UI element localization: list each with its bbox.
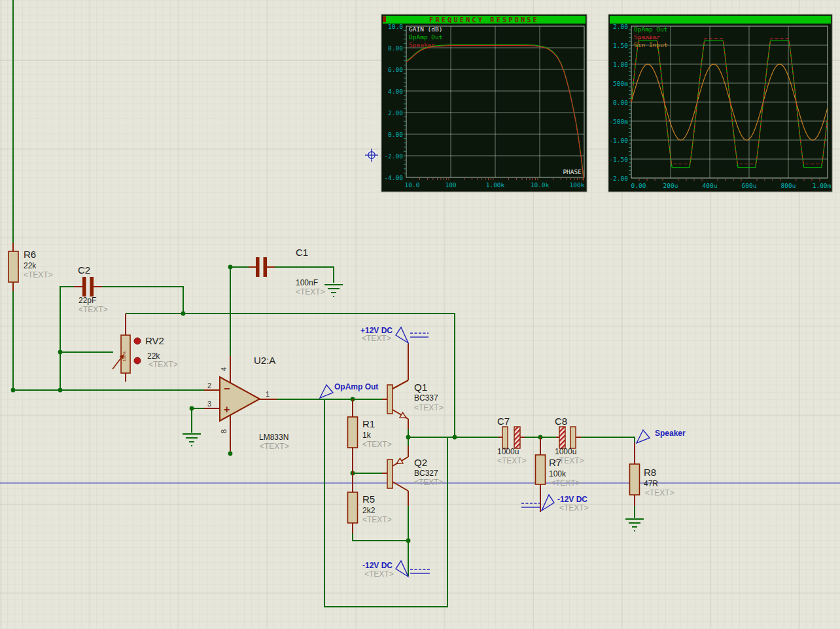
svg-text:2.00: 2.00 bbox=[613, 23, 628, 30]
svg-text:1.00m: 1.00m bbox=[813, 182, 831, 189]
probe-label: Speaker bbox=[655, 429, 686, 438]
pin-marker-icon bbox=[134, 357, 141, 364]
inverting-sign: − bbox=[224, 383, 230, 394]
terminal-text-placeholder: <TEXT> bbox=[362, 334, 391, 343]
component-value: 100k bbox=[549, 469, 567, 478]
component-ref: C1 bbox=[296, 247, 308, 258]
svg-text:OpAmp Out: OpAmp Out bbox=[634, 26, 667, 33]
svg-text:10.0: 10.0 bbox=[388, 23, 403, 30]
svg-text:8.00: 8.00 bbox=[388, 45, 403, 52]
terminal-label: -12V DC bbox=[362, 561, 393, 570]
schematic-canvas[interactable]: R6 22k <TEXT> C2 22pF <TEXT> 100% RV2 22… bbox=[0, 0, 840, 629]
terminal-text-placeholder: <TEXT> bbox=[559, 503, 589, 512]
terminal-text-placeholder: <TEXT> bbox=[364, 569, 394, 579]
graph-title: FREQUENCY RESPONSE bbox=[429, 16, 539, 24]
component-value: 1000u bbox=[555, 447, 576, 456]
svg-text:600u: 600u bbox=[742, 182, 757, 189]
pin-number: 8 bbox=[220, 429, 228, 433]
pin-number: 4 bbox=[220, 367, 228, 371]
svg-text:100k: 100k bbox=[570, 181, 585, 189]
svg-text:Speaker: Speaker bbox=[409, 41, 435, 48]
analogue-analysis-graph[interactable]: 2.001.501.00500m0.00-500m-1.00-1.50-2.00… bbox=[608, 14, 832, 192]
terminal-label: -12V DC bbox=[557, 495, 587, 504]
svg-text:-500m: -500m bbox=[609, 118, 628, 125]
proteus-window: R6 22k <TEXT> C2 22pF <TEXT> 100% RV2 22… bbox=[0, 0, 840, 629]
svg-text:-2.00: -2.00 bbox=[609, 175, 628, 182]
svg-text:6.00: 6.00 bbox=[388, 66, 403, 73]
component-ref: Q1 bbox=[414, 382, 427, 393]
component-value: 22k bbox=[147, 351, 160, 361]
component-text-placeholder: <TEXT> bbox=[551, 478, 580, 488]
graph-titlebar[interactable] bbox=[610, 16, 831, 24]
component-text-placeholder: <TEXT> bbox=[362, 440, 392, 449]
component-text-placeholder: <TEXT> bbox=[414, 403, 444, 412]
svg-text:-1.50: -1.50 bbox=[609, 156, 628, 163]
component-ref: C7 bbox=[497, 416, 510, 427]
svg-text:0.00: 0.00 bbox=[613, 99, 628, 106]
svg-text:OpAmp Out: OpAmp Out bbox=[409, 33, 442, 41]
svg-text:GAIN (dB): GAIN (dB) bbox=[409, 26, 442, 33]
component-text-placeholder: <TEXT> bbox=[645, 488, 674, 497]
component-text-placeholder: <TEXT> bbox=[260, 442, 289, 451]
component-ref: R6 bbox=[24, 249, 36, 260]
component-ref: R5 bbox=[362, 494, 375, 505]
pin-number: 3 bbox=[207, 400, 211, 408]
probe-label: OpAmp Out bbox=[334, 382, 378, 391]
component-text-placeholder: <TEXT> bbox=[414, 478, 444, 487]
component-text-placeholder: <TEXT> bbox=[149, 360, 178, 369]
component-ref: Q2 bbox=[414, 457, 427, 468]
component-value: 1k bbox=[362, 431, 372, 440]
svg-text:-2.00: -2.00 bbox=[384, 153, 403, 160]
component-ref: RV2 bbox=[145, 335, 164, 346]
svg-text:200u: 200u bbox=[663, 182, 678, 189]
svg-text:800u: 800u bbox=[781, 182, 796, 189]
component-value: 100nF bbox=[296, 278, 318, 287]
component-ref: C8 bbox=[555, 416, 567, 427]
noninverting-sign: + bbox=[224, 404, 230, 415]
component-value: BC327 bbox=[414, 469, 438, 478]
svg-text:PHASE: PHASE bbox=[563, 168, 582, 175]
component-value: 22pF bbox=[79, 296, 96, 305]
component-value: BC337 bbox=[414, 393, 438, 403]
svg-text:0.00: 0.00 bbox=[631, 182, 646, 189]
component-value: LM833N bbox=[259, 433, 289, 442]
component-value: 1000u bbox=[497, 447, 519, 456]
component-value: 2k2 bbox=[362, 506, 376, 515]
component-ref: R1 bbox=[362, 418, 375, 429]
pin-number: 2 bbox=[207, 382, 211, 389]
svg-text:400u: 400u bbox=[703, 182, 718, 189]
svg-text:10.0: 10.0 bbox=[405, 181, 420, 189]
component-ref: U2:A bbox=[254, 355, 275, 366]
svg-text:-4.00: -4.00 bbox=[384, 174, 403, 181]
svg-text:500m: 500m bbox=[613, 80, 628, 87]
component-ref: R7 bbox=[549, 457, 561, 468]
component-value: 47R bbox=[644, 479, 658, 488]
pin-marker-icon bbox=[134, 338, 141, 344]
svg-text:4.00: 4.00 bbox=[388, 88, 403, 95]
component-text-placeholder: <TEXT> bbox=[296, 287, 325, 297]
svg-text:1.00: 1.00 bbox=[613, 61, 628, 68]
svg-text:-1.00: -1.00 bbox=[609, 137, 628, 144]
svg-text:1.00k: 1.00k bbox=[486, 181, 505, 189]
svg-text:1.50: 1.50 bbox=[613, 42, 628, 49]
svg-text:10.0k: 10.0k bbox=[531, 181, 550, 189]
pin-number: 1 bbox=[266, 390, 270, 398]
component-ref: C2 bbox=[78, 264, 90, 276]
svg-text:Sin Input: Sin Input bbox=[634, 41, 667, 48]
component-ref: R8 bbox=[644, 467, 656, 478]
svg-text:0.00: 0.00 bbox=[388, 131, 403, 138]
component-text-placeholder: <TEXT> bbox=[362, 515, 392, 524]
graph-titlebar-marker bbox=[383, 16, 386, 22]
svg-text:100: 100 bbox=[445, 181, 456, 189]
component-text-placeholder: <TEXT> bbox=[497, 456, 527, 465]
frequency-response-graph[interactable]: FREQUENCY RESPONSE 10.08.006.004.002.000… bbox=[381, 14, 587, 192]
svg-text:2.00: 2.00 bbox=[388, 109, 403, 117]
component-text-placeholder: <TEXT> bbox=[24, 270, 53, 279]
svg-text:Speaker: Speaker bbox=[634, 33, 660, 41]
component-text-placeholder: <TEXT> bbox=[79, 305, 108, 314]
component-value: 22k bbox=[24, 261, 37, 270]
